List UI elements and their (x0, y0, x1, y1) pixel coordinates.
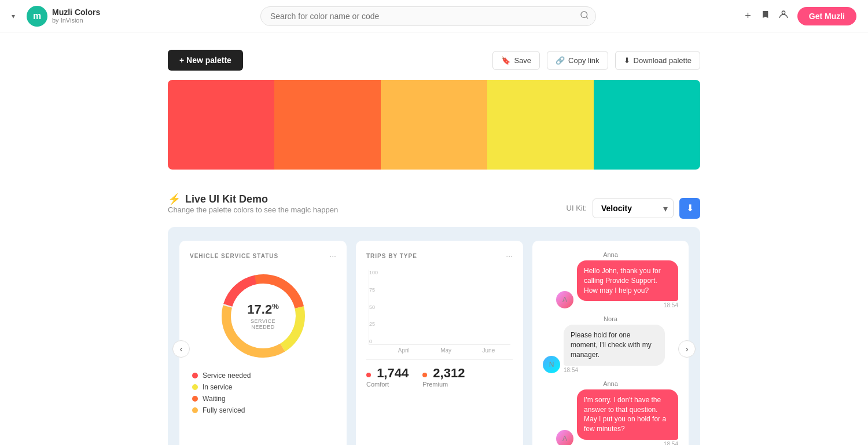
chat-sender-anna: Anna (543, 251, 678, 258)
legend-item-2: Waiting (192, 395, 334, 403)
search-container (260, 6, 596, 26)
search-input[interactable] (260, 6, 596, 26)
trips-widget-menu[interactable]: ··· (506, 251, 513, 260)
demo-container: ‹ VEHICLE SERVICE STATUS ··· (168, 227, 700, 445)
svg-point-2 (782, 11, 785, 14)
main-content: + New palette 🔖 Save 🔗 Copy link ⬇ Downl… (156, 32, 712, 445)
download-icon: ⬇ (624, 56, 630, 65)
chat-group-anna-1: Anna Hello John, thank you for calling P… (543, 251, 678, 308)
avatar-anna-2: A (556, 430, 573, 445)
logo[interactable]: m (27, 6, 47, 27)
chat-widget: Anna Hello John, thank you for calling P… (532, 241, 689, 445)
search-icon (580, 10, 589, 22)
chat-bubble-nora: Please hold for one moment, I'll check w… (564, 325, 665, 365)
copy-link-button[interactable]: 🔗 Copy link (547, 51, 608, 70)
header: ▾ m Muzli Colors by InVision + Get Muzli (0, 0, 868, 32)
color-swatch-2[interactable]: #FFBA49 (381, 80, 487, 170)
demo-nav-left[interactable]: ‹ (172, 340, 190, 358)
user-icon[interactable] (779, 10, 788, 22)
ui-kit-select-wrap: Velocity Dashboard Chat UI Analytics (593, 198, 674, 218)
chat-sender-anna-2: Anna (543, 380, 678, 387)
stat-comfort-label: Comfort (366, 381, 409, 388)
new-palette-button[interactable]: + New palette (168, 50, 243, 71)
color-swatch-4[interactable]: #00C9B1 (594, 80, 700, 170)
header-left: ▾ m Muzli Colors by InVision (12, 6, 116, 27)
legend-label-2: Waiting (203, 395, 226, 403)
vehicle-widget-menu[interactable]: ··· (329, 251, 336, 260)
widget-header-trips: TRIPS BY TYPE ··· (366, 251, 513, 260)
legend-label-1: In service (203, 383, 232, 391)
avatar-nora: N (543, 356, 560, 373)
x-labels: April May June (369, 347, 510, 354)
plus-icon[interactable]: + (745, 10, 751, 22)
avatar-anna: A (556, 291, 573, 308)
stat-premium-dot (422, 373, 427, 377)
trips-widget-title: TRIPS BY TYPE (366, 253, 417, 259)
chat-sender-nora: Nora (543, 315, 678, 322)
legend-label-3: Fully serviced (203, 406, 245, 414)
donut-center: 17.2% SERVICE NEEDED (247, 302, 278, 330)
color-swatch-0[interactable]: #FF4D4D (168, 80, 274, 170)
brand-sub: by InVision (52, 17, 100, 24)
brand-name: Muzli Colors (52, 8, 100, 17)
color-swatch-1[interactable]: #FF6B35 (274, 80, 381, 170)
legend-dot-2 (192, 396, 198, 402)
ui-kit-selector: UI Kit: Velocity Dashboard Chat UI Analy… (567, 198, 700, 219)
live-demo-subtitle: Change the palette colors to see the mag… (168, 205, 338, 214)
download-palette-button[interactable]: ⬇ Download palette (615, 51, 700, 70)
legend-label-0: Service needed (203, 372, 251, 380)
chat-bubble-row-anna-1: Hello John, thank you for calling Provid… (543, 260, 678, 308)
live-demo-section: ⚡ Live UI Kit Demo Change the palette co… (168, 193, 700, 445)
legend-dot-1 (192, 384, 198, 390)
trips-widget: TRIPS BY TYPE ··· 100 75 50 25 0 (356, 241, 523, 445)
get-muzli-button[interactable]: Get Muzli (797, 7, 856, 25)
svg-point-0 (581, 12, 587, 18)
link-icon: 🔗 (556, 56, 565, 65)
download-icon: ⬇ (686, 203, 694, 214)
stat-premium: 2,312 Premium (422, 366, 465, 388)
ui-kit-select[interactable]: Velocity Dashboard Chat UI Analytics (593, 198, 674, 218)
chat-bubble-row-anna-2: I'm sorry. I don't have the answer to th… (543, 389, 678, 445)
chat-messages: Anna Hello John, thank you for calling P… (543, 251, 678, 445)
chat-time-anna-1: 18:54 (577, 302, 678, 308)
vehicle-service-widget: VEHICLE SERVICE STATUS ··· (179, 241, 347, 445)
header-right: + Get Muzli (741, 7, 856, 25)
dropdown-arrow[interactable]: ▾ (12, 12, 15, 20)
stat-comfort-dot (366, 373, 371, 377)
stat-premium-value: 2,312 (422, 366, 465, 381)
stat-comfort-value: 1,744 (366, 366, 409, 381)
lightning-icon: ⚡ (168, 193, 181, 205)
chart-stats: 1,744 Comfort 2,312 Premium (366, 359, 513, 388)
legend-dot-3 (192, 407, 198, 413)
palette-toolbar: + New palette 🔖 Save 🔗 Copy link ⬇ Downl… (168, 50, 700, 71)
chat-time-nora: 18:54 (564, 367, 665, 373)
chat-time-anna-2: 18:54 (577, 441, 678, 445)
live-demo-header: ⚡ Live UI Kit Demo Change the palette co… (168, 193, 700, 223)
bookmark-icon: 🔖 (501, 56, 510, 65)
ui-kit-label: UI Kit: (567, 204, 587, 212)
donut-chart-wrap: 17.2% SERVICE NEEDED (190, 270, 336, 362)
vehicle-widget-title: VEHICLE SERVICE STATUS (190, 253, 278, 259)
demo-nav-right[interactable]: › (678, 340, 696, 358)
legend-item-3: Fully serviced (192, 406, 334, 414)
y-labels: 100 75 50 25 0 (369, 270, 378, 344)
stat-premium-label: Premium (422, 381, 465, 388)
legend-item-0: Service needed (192, 372, 334, 380)
download-demo-button[interactable]: ⬇ (679, 198, 700, 219)
toolbar-right: 🔖 Save 🔗 Copy link ⬇ Download palette (492, 51, 700, 70)
svg-line-1 (586, 17, 588, 19)
chat-group-nora: Nora N Please hold for one moment, I'll … (543, 315, 678, 373)
chat-group-anna-2: Anna I'm sorry. I don't have the answer … (543, 380, 678, 445)
save-button[interactable]: 🔖 Save (492, 51, 540, 70)
brand-text: Muzli Colors by InVision (52, 8, 100, 25)
color-swatch-3[interactable]: #F5E642 (487, 80, 594, 170)
legend-item-1: In service (192, 383, 334, 391)
chat-bubble-row-nora: N Please hold for one moment, I'll check… (543, 325, 678, 373)
bookmark-icon[interactable] (760, 10, 770, 22)
color-swatches: #FF4D4D #FF6B35 #FFBA49 #F5E642 #00C9B1 (168, 80, 700, 170)
legend-dot-0 (192, 373, 198, 378)
stat-comfort: 1,744 Comfort (366, 366, 409, 388)
bar-chart-area: 100 75 50 25 0 (369, 270, 510, 345)
vehicle-legend: Service needed In service Waiting Fully … (190, 372, 336, 414)
chat-bubble-anna-1: Hello John, thank you for calling Provid… (577, 260, 678, 301)
